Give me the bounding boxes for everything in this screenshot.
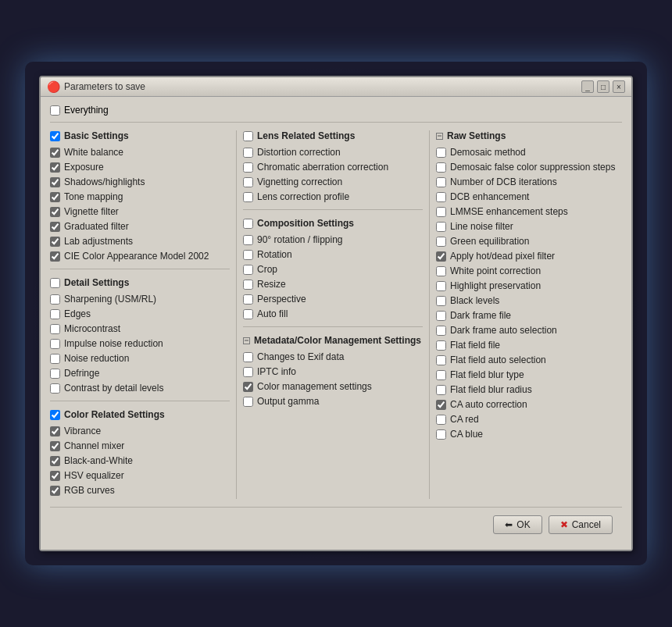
bw-checkbox[interactable] <box>50 456 60 466</box>
sharpening-checkbox[interactable] <box>50 294 60 305</box>
chromatic-label: Chromatic aberration correction <box>257 162 388 173</box>
crop-label: Crop <box>257 264 277 275</box>
iptc-checkbox[interactable] <box>243 367 253 377</box>
channel-mixer-checkbox[interactable] <box>50 441 60 451</box>
white-point-checkbox[interactable] <box>436 266 446 276</box>
dark-frame-file-checkbox[interactable] <box>436 311 446 321</box>
flat-field-auto-label: Flat field auto selection <box>450 354 546 365</box>
dark-frame-auto-label: Dark frame auto selection <box>450 325 557 336</box>
perspective-item: Perspective <box>243 293 423 305</box>
shadows-highlights-checkbox[interactable] <box>50 177 60 187</box>
noise-reduction-label: Noise reduction <box>64 353 129 364</box>
chromatic-checkbox[interactable] <box>243 162 253 173</box>
distortion-label: Distortion correction <box>257 147 341 158</box>
defringe-checkbox[interactable] <box>50 369 60 379</box>
dark-frame-auto-checkbox[interactable] <box>436 326 446 336</box>
ca-auto-item: CA auto correction <box>436 398 616 411</box>
graduated-filter-checkbox[interactable] <box>50 222 60 232</box>
ok-button[interactable]: ⬅ OK <box>493 515 542 534</box>
edges-checkbox[interactable] <box>50 309 60 319</box>
metadata-minus-icon <box>243 337 250 344</box>
ca-blue-label: CA blue <box>450 429 483 440</box>
rotation-checkbox[interactable] <box>243 250 253 260</box>
rgb-curves-checkbox[interactable] <box>50 486 60 496</box>
graduated-filter-label: Graduated filter <box>64 221 129 232</box>
hsv-checkbox[interactable] <box>50 471 60 481</box>
flat-field-blur-radius-checkbox[interactable] <box>436 385 446 395</box>
exposure-label: Exposure <box>64 162 104 173</box>
resize-checkbox[interactable] <box>243 280 253 290</box>
lmmse-label: LMMSE enhancement steps <box>450 206 568 217</box>
demosaic-false-color-checkbox[interactable] <box>436 162 446 173</box>
vignette-filter-label: Vignette filter <box>64 206 119 217</box>
demosaic-method-item: Demosaic method <box>436 146 616 159</box>
dark-frame-file-item: Dark frame file <box>436 309 616 322</box>
lab-adjustments-checkbox[interactable] <box>50 237 60 247</box>
flat-field-auto-checkbox[interactable] <box>436 355 446 365</box>
distortion-checkbox[interactable] <box>243 148 253 158</box>
hot-dead-pixel-checkbox[interactable] <box>436 251 446 262</box>
demosaic-method-checkbox[interactable] <box>436 148 446 158</box>
dcb-iterations-item: Number of DCB iterations <box>436 176 616 188</box>
line-noise-checkbox[interactable] <box>436 222 446 232</box>
crop-checkbox[interactable] <box>243 265 253 275</box>
composition-checkbox[interactable] <box>243 219 253 229</box>
everything-checkbox[interactable] <box>50 105 60 116</box>
dcb-enhancement-checkbox[interactable] <box>436 192 446 202</box>
perspective-checkbox[interactable] <box>243 294 253 305</box>
lens-settings-checkbox[interactable] <box>243 131 253 141</box>
lmmse-checkbox[interactable] <box>436 207 446 217</box>
highlight-preservation-checkbox[interactable] <box>436 281 446 291</box>
detail-settings-checkbox[interactable] <box>50 278 60 288</box>
column-1: Basic Settings White balance Exposure Sh… <box>50 130 237 499</box>
graduated-filter-item: Graduated filter <box>50 220 230 233</box>
outer-glow: 🔴 Parameters to save _ □ × Everything <box>25 62 647 565</box>
black-levels-checkbox[interactable] <box>436 296 446 306</box>
exposure-checkbox[interactable] <box>50 162 60 173</box>
vignetting-checkbox[interactable] <box>243 177 253 187</box>
impulse-noise-checkbox[interactable] <box>50 339 60 349</box>
everything-label[interactable]: Everything <box>64 105 109 116</box>
color-mgmt-checkbox[interactable] <box>243 382 253 392</box>
autofill-checkbox[interactable] <box>243 309 253 319</box>
columns-container: Basic Settings White balance Exposure Sh… <box>50 130 622 499</box>
black-levels-item: Black levels <box>436 294 616 307</box>
line-noise-item: Line noise filter <box>436 220 616 233</box>
minimize-button[interactable]: _ <box>581 80 594 93</box>
defringe-item: Defringe <box>50 367 230 379</box>
exif-checkbox[interactable] <box>243 352 253 362</box>
sharpening-label: Sharpening (USM/RL) <box>64 294 156 305</box>
microcontrast-checkbox[interactable] <box>50 324 60 334</box>
vignette-filter-checkbox[interactable] <box>50 207 60 217</box>
contrast-detail-checkbox[interactable] <box>50 383 60 394</box>
ca-blue-checkbox[interactable] <box>436 429 446 440</box>
ca-red-checkbox[interactable] <box>436 415 446 425</box>
green-equil-checkbox[interactable] <box>436 237 446 247</box>
basic-settings-header: Basic Settings <box>50 130 230 141</box>
flat-field-file-checkbox[interactable] <box>436 340 446 351</box>
composition-header: Composition Settings <box>243 218 423 229</box>
maximize-button[interactable]: □ <box>597 80 609 93</box>
cancel-button[interactable]: ✖ Cancel <box>549 515 613 534</box>
vignette-filter-item: Vignette filter <box>50 205 230 218</box>
lens-profile-checkbox[interactable] <box>243 192 253 202</box>
shadows-highlights-item: Shadows/highlights <box>50 176 230 188</box>
close-button[interactable]: × <box>613 80 625 93</box>
vignetting-label: Vignetting correction <box>257 176 342 187</box>
vibrance-item: Vibrance <box>50 425 230 437</box>
tone-mapping-checkbox[interactable] <box>50 192 60 202</box>
cie-checkbox[interactable] <box>50 251 60 262</box>
output-gamma-checkbox[interactable] <box>243 397 253 407</box>
color-related-checkbox[interactable] <box>50 410 60 420</box>
noise-reduction-checkbox[interactable] <box>50 354 60 364</box>
rotation-flipping-checkbox[interactable] <box>243 235 253 245</box>
metadata-label: Metadata/Color Management Settings <box>254 335 421 346</box>
hsv-item: HSV equalizer <box>50 469 230 482</box>
flat-field-blur-type-checkbox[interactable] <box>436 370 446 380</box>
vibrance-checkbox[interactable] <box>50 426 60 436</box>
basic-settings-checkbox[interactable] <box>50 131 60 141</box>
dcb-iterations-checkbox[interactable] <box>436 177 446 187</box>
white-balance-checkbox[interactable] <box>50 148 60 158</box>
ca-auto-checkbox[interactable] <box>436 400 446 410</box>
rotation-flipping-item: 90° rotation / flipping <box>243 233 423 246</box>
